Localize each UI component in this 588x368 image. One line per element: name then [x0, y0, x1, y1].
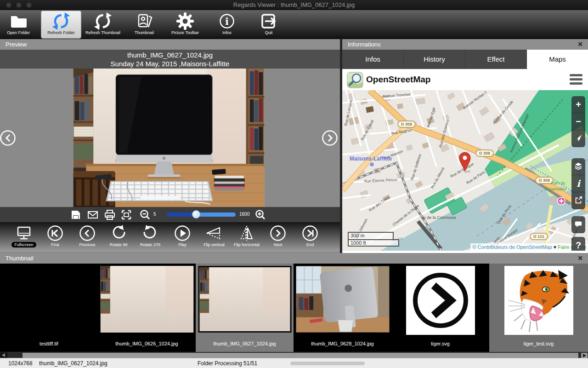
map-help-button[interactable]: ? — [571, 237, 585, 251]
nav-button-label: Next — [261, 242, 294, 247]
road-badge: D 121 — [533, 234, 544, 239]
picture-control-bar: 5 1600 — [0, 207, 340, 222]
next-button[interactable]: Next — [261, 223, 294, 247]
image-title-block: thumb_IMG_0627_1024.jpg Sunday 24 May, 2… — [0, 50, 340, 69]
end-button[interactable]: End — [294, 223, 327, 247]
flip-vertical-icon — [205, 224, 223, 242]
regards-viewer-window: Regards Viewer : thumb_IMG_0627_1024.jpg… — [0, 0, 588, 368]
previous-image-arrow[interactable] — [0, 130, 17, 146]
tab-infos[interactable]: Infos — [342, 50, 404, 69]
svg-text:i: i — [225, 16, 229, 27]
tab-maps[interactable]: Maps — [527, 50, 588, 69]
osm-contributors-link[interactable]: © Contributeurs de OpenStreetMap — [472, 244, 552, 250]
thumbnail-panel: Thumbnail ✕ testtiff.tif thumb_IMG_0626_… — [0, 253, 588, 352]
zoom-slider[interactable] — [167, 213, 236, 217]
locate-icon — [574, 134, 582, 142]
toolbar-item-label: Refresh Folder — [41, 30, 81, 35]
openstreetmap-brand: OpenStreetMap — [366, 75, 430, 85]
rotate-90-button[interactable]: Rotate 90 — [102, 223, 135, 247]
thumbnail-image — [198, 266, 291, 333]
thumbnail-item[interactable]: testtiff.tif — [0, 264, 98, 352]
fit-to-screen-button[interactable] — [120, 209, 132, 221]
next-icon — [269, 224, 287, 242]
map-zoom-in-button[interactable]: + — [571, 96, 585, 113]
refresh-thumbnail-button[interactable]: Refresh Thumbnail — [83, 11, 123, 39]
map-locate-button[interactable] — [571, 130, 585, 147]
toolbar-item-label: Thumbnail — [124, 30, 164, 35]
zoom-out-button[interactable] — [139, 209, 151, 221]
toolbar-item-label: Refresh Thumbnail — [83, 30, 123, 35]
hospital-icon — [558, 197, 565, 205]
monitor-icon — [15, 224, 33, 242]
thumbnail-image — [406, 266, 475, 335]
preview-panel-title: Preview — [6, 41, 27, 48]
thumbnail-panel-title: Thumbnail — [6, 255, 34, 262]
first-button[interactable]: First — [39, 223, 72, 247]
refresh-icon — [93, 11, 113, 31]
thumbnail-item[interactable]: tiger_test.svg — [489, 264, 588, 352]
thumbnail-button[interactable]: Thumbnail — [124, 11, 164, 39]
save-button[interactable] — [70, 209, 82, 221]
map-zoom-out-button[interactable]: − — [571, 113, 585, 130]
folder-icon — [8, 11, 28, 31]
map-layers-button[interactable] — [571, 158, 585, 175]
toolbar-item-label: Quit — [249, 30, 289, 35]
open-folder-button[interactable]: Open Folder — [0, 11, 39, 39]
thumbnail-filename: tiger_test.svg — [489, 341, 588, 346]
zoom-in-button[interactable] — [254, 209, 266, 221]
refresh-folder-button[interactable]: Refresh Folder — [41, 11, 81, 39]
map-info-button[interactable]: i — [571, 175, 585, 192]
nav-button-label: Rotate 270 — [134, 242, 167, 247]
tab-effect[interactable]: Effect — [465, 50, 527, 69]
previous-icon — [78, 224, 96, 242]
status-bar: 1024x768 thumb_IMG_0627_1024.jpg Folder … — [0, 358, 588, 368]
map-attribution: © Contributeurs de OpenStreetMap ♥ Faire… — [470, 243, 588, 251]
fullscreen-button[interactable]: Fullscreen — [7, 223, 40, 247]
map-comment-button[interactable] — [571, 216, 585, 233]
flip-horizontal-icon — [237, 224, 256, 242]
rotate-270-button[interactable]: Rotate 270 — [134, 223, 167, 247]
close-thumbnail-icon[interactable]: ✕ — [576, 253, 584, 264]
gear-icon — [175, 11, 195, 31]
thumbnail-filename: thumb_IMG_0628_1024.jpg — [294, 341, 391, 346]
refresh-icon — [51, 11, 71, 31]
layers-icon — [574, 162, 582, 170]
flip-vertical-button[interactable]: Flip vertical — [198, 223, 231, 247]
email-button[interactable] — [87, 209, 99, 221]
nav-button-label: Flip vertical — [198, 242, 231, 247]
play-button[interactable]: Play — [166, 223, 199, 247]
status-progress-text: Folder Processing 51/51 — [198, 360, 257, 367]
previous-button[interactable]: Previous — [71, 223, 104, 247]
main-toolbar: Open Folder Refresh Folder Refresh Thumb… — [0, 10, 588, 39]
thumbnail-filename: tiger.svg — [391, 341, 489, 346]
thumbnail-item[interactable]: tiger.svg — [391, 264, 489, 352]
quit-button[interactable]: Quit — [249, 11, 289, 39]
thumbnail-item[interactable]: thumb_IMG_0628_1024.jpg — [294, 264, 391, 352]
window-title: Regards Viewer : thumb_IMG_0627_1024.jpg — [0, 1, 588, 8]
preview-image[interactable] — [72, 69, 266, 207]
infos-button[interactable]: i Infos — [207, 11, 247, 39]
tab-history[interactable]: History — [404, 50, 465, 69]
quit-icon — [259, 11, 279, 31]
print-button[interactable] — [104, 209, 116, 221]
next-image-arrow[interactable] — [322, 130, 338, 146]
chevron-left-icon — [6, 135, 10, 141]
thumbnail-item-selected[interactable]: thumb_IMG_0627_1024.jpg — [196, 264, 294, 352]
close-informations-icon[interactable]: ✕ — [576, 39, 584, 50]
map-control-group-help: ? — [571, 237, 585, 251]
zoom-slider-knob[interactable] — [192, 210, 200, 218]
park-label-line2: Dispensaire — [544, 187, 566, 191]
menu-icon[interactable] — [570, 74, 582, 86]
map-canvas[interactable]: D 308 D 308 D 308 D 121 Avenue Tronchet … — [342, 90, 588, 251]
thumbnail-item[interactable]: thumb_IMG_0626_1024.jpg — [98, 264, 196, 352]
map-control-group-zoom: + − — [571, 96, 585, 147]
thumbnail-scrollbar[interactable] — [0, 352, 588, 358]
chevron-right-icon — [328, 135, 332, 141]
picture-toolbar-button[interactable]: Picture Toolbar — [165, 11, 205, 39]
thumbnail-image — [504, 266, 573, 335]
flip-horizontal-button[interactable]: Flip horizontal — [230, 223, 263, 247]
scale-feet: 1000 ft — [348, 239, 399, 247]
image-filename: thumb_IMG_0627_1024.jpg — [0, 51, 340, 59]
triangle-left-icon — [2, 353, 5, 357]
map-share-button[interactable] — [571, 192, 585, 209]
